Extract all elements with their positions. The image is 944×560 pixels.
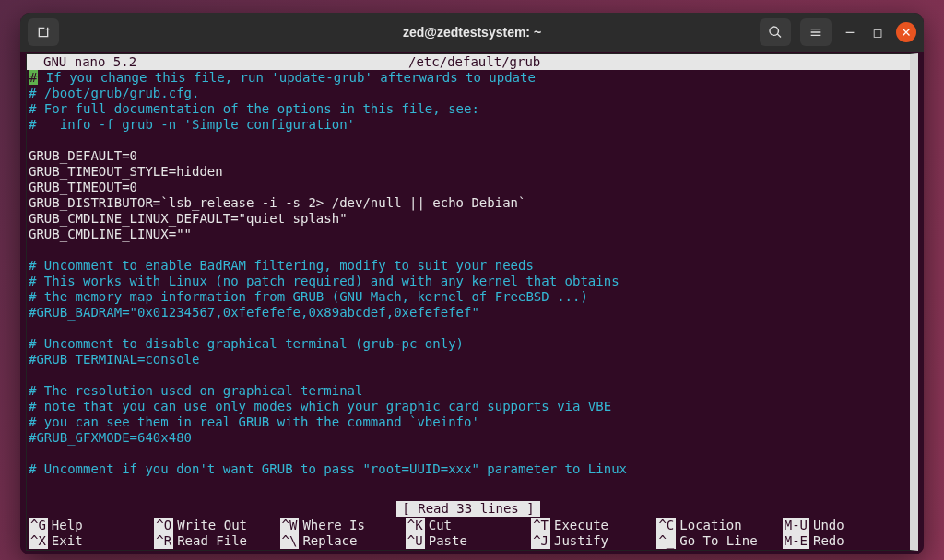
shortcut-label: Paste [429,533,467,549]
editor-line: GRUB_TIMEOUT=0 [29,180,908,195]
shortcut-item: ^\Replace [280,533,406,549]
editor-line: # This works with Linux (no patch requir… [29,274,908,289]
editor-line [29,242,908,258]
editor-content[interactable]: # If you change this file, run 'update-g… [27,70,910,477]
close-button[interactable] [896,22,916,42]
shortcut-item: ^GHelp [29,518,154,533]
shortcut-key: M-U [783,518,809,533]
shortcut-key: M-E [783,533,809,549]
editor-line: GRUB_DEFAULT=0 [29,148,908,164]
editor-line: #GRUB_GFXMODE=640x480 [29,430,908,446]
editor-line: # Uncomment to disable graphical termina… [29,336,908,352]
editor-line: # Uncomment to enable BadRAM filtering, … [29,258,908,274]
cursor: # [29,70,38,85]
shortcut-label: Go To Line [679,533,757,549]
editor-line [29,133,908,148]
search-button[interactable] [760,18,791,46]
shortcut-key: ^R [154,533,173,549]
terminal-inner: GNU nano 5.2 /etc/default/grub # If you … [26,53,918,551]
shortcut-label: Help [52,518,83,533]
titlebar: zed@zedtestsystem: ~ ─ □ [20,13,924,52]
status-line: [ Read 33 lines ] [27,501,910,517]
new-tab-button[interactable] [28,18,59,46]
shortcut-item: ^JJustify [531,533,656,549]
editor-line: # you can see them in real GRUB with the… [29,414,908,430]
editor-line: # If you change this file, run 'update-g… [29,70,908,86]
editor-line [29,446,908,461]
shortcut-label: Redo [813,533,844,549]
shortcut-key: ^U [406,533,425,549]
shortcut-label: Replace [302,533,357,549]
editor-line: GRUB_CMDLINE_LINUX_DEFAULT="quiet splash… [29,211,908,227]
shortcut-item: ^WWhere Is [280,518,406,533]
editor-line: # /boot/grub/grub.cfg. [29,86,908,101]
shortcut-key: ^X [29,533,48,549]
shortcut-item: M-UUndo [783,518,908,533]
shortcut-key: ^G [29,518,48,533]
editor-line: # info -f grub -n 'Simple configuration' [29,117,908,133]
editor-line: GRUB_CMDLINE_LINUX="" [29,227,908,242]
shortcut-label: Where Is [302,518,364,533]
shortcut-key: ^W [280,518,300,533]
shortcut-label: Write Out [177,518,247,533]
shortcut-item: ^KCut [406,518,531,533]
editor-line: # Uncomment if you don't want GRUB to pa… [29,461,908,477]
shortcut-label: Justify [554,533,608,549]
nano-app-name: GNU nano 5.2 [30,54,408,70]
shortcut-key: ^_ [656,533,676,549]
editor-line [29,321,908,336]
shortcut-item: ^XExit [29,533,154,549]
editor-line: GRUB_DISTRIBUTOR=`lsb_release -i -s 2> /… [29,195,908,211]
shortcut-label: Location [679,518,741,533]
shortcut-label: Undo [813,518,844,533]
hamburger-menu-button[interactable] [800,18,832,46]
nano-header: GNU nano 5.2 /etc/default/grub [27,54,910,70]
shortcut-label: Read File [177,533,247,549]
shortcut-key: ^T [531,518,550,533]
editor-line: #GRUB_TERMINAL=console [29,352,908,368]
shortcut-key: ^C [656,518,676,533]
shortcut-label: Exit [52,533,83,549]
editor-line: GRUB_TIMEOUT_STYLE=hidden [29,164,908,180]
editor-line: # the memory map information from GRUB (… [29,289,908,305]
terminal-window: zed@zedtestsystem: ~ ─ □ GNU nano 5.2 /e… [20,13,924,554]
status-text: [ Read 33 lines ] [396,501,539,517]
shortcut-item: ^OWrite Out [154,518,279,533]
nano-file-path: /etc/default/grub [408,54,906,70]
shortcut-label: Cut [429,518,452,533]
shortcut-item: ^RRead File [154,533,279,549]
shortcut-key: ^K [406,518,425,533]
shortcut-item: M-ERedo [783,533,908,549]
shortcut-item: ^UPaste [406,533,531,549]
editor-line: # The resolution used on graphical termi… [29,383,908,399]
shortcut-label: Execute [554,518,608,533]
editor-line: #GRUB_BADRAM="0x01234567,0xfefefefe,0x89… [29,305,908,321]
maximize-button[interactable]: □ [868,25,887,40]
shortcut-item: ^TExecute [531,518,656,533]
editor-line [29,368,908,383]
shortcut-key: ^J [531,533,550,549]
editor-line: # note that you can use only modes which… [29,399,908,414]
shortcut-item: ^_Go To Line [656,533,782,549]
shortcut-item: ^CLocation [656,518,782,533]
window-title: zed@zedtestsystem: ~ [403,25,541,40]
terminal-area[interactable]: GNU nano 5.2 /etc/default/grub # If you … [20,52,924,554]
minimize-button[interactable]: ─ [841,25,859,40]
shortcut-key: ^O [154,518,173,533]
shortcuts-bar: ^GHelp^OWrite Out^WWhere Is^KCut^TExecut… [27,518,910,550]
shortcut-key: ^\ [280,533,300,549]
editor-line: # For full documentation of the options … [29,101,908,117]
